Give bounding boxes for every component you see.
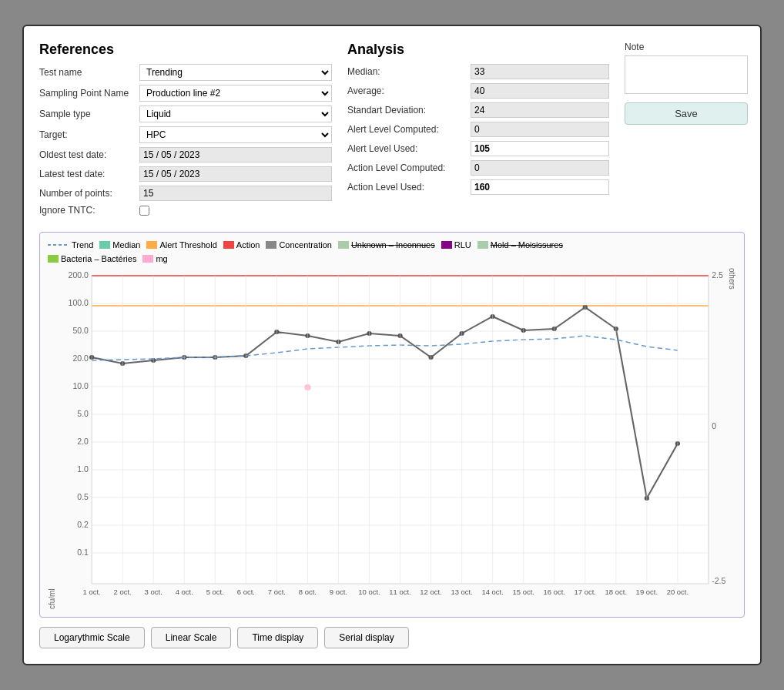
svg-text:7 oct.: 7 oct. (268, 588, 286, 596)
svg-text:6 oct.: 6 oct. (237, 588, 255, 596)
ignore-tntc-value[interactable] (139, 206, 149, 216)
num-points-value (139, 186, 332, 201)
time-display-button[interactable]: Time display (237, 627, 318, 648)
average-input (471, 83, 609, 99)
alert-used-input[interactable] (471, 141, 609, 156)
y-axis-label: cfu/ml (48, 268, 56, 609)
alert-computed-value (471, 122, 609, 137)
legend-mold-label: Mold – Moisissures (491, 240, 563, 250)
svg-text:2.5: 2.5 (712, 271, 723, 280)
latest-date-row: Latest test date: (39, 166, 332, 182)
svg-text:50.0: 50.0 (72, 327, 89, 335)
legend-trend-label: Trend (72, 240, 93, 250)
legend-median-label: Median (112, 240, 140, 250)
sampling-point-select[interactable]: Production line #2 (139, 85, 332, 102)
svg-text:200.0: 200.0 (69, 271, 89, 280)
svg-text:1.0: 1.0 (77, 465, 89, 474)
median-value (471, 64, 609, 79)
average-label: Average: (347, 85, 471, 96)
svg-text:14 oct.: 14 oct. (481, 588, 503, 596)
svg-text:10.0: 10.0 (72, 382, 89, 390)
target-select[interactable]: HPC (139, 126, 332, 143)
sample-type-select[interactable]: Liquid (139, 106, 332, 122)
log-scale-button[interactable]: Logarythmic Scale (39, 627, 145, 648)
target-label: Target: (39, 129, 139, 140)
action-computed-input (471, 160, 609, 176)
test-name-value[interactable]: Trending (139, 64, 332, 81)
alert-used-label: Alert Level Used: (347, 143, 471, 154)
svg-text:-2.5: -2.5 (712, 577, 725, 585)
sample-type-label: Sample type (39, 109, 139, 119)
ignore-tntc-checkbox[interactable] (139, 206, 149, 216)
legend-trend: Trend (48, 240, 93, 250)
serial-display-button[interactable]: Serial display (324, 627, 408, 648)
sampling-point-value[interactable]: Production line #2 (139, 85, 332, 102)
svg-text:11 oct.: 11 oct. (389, 588, 410, 596)
legend-concentration: Concentration (266, 240, 332, 250)
note-textarea[interactable] (625, 55, 748, 94)
sampling-point-row: Sampling Point Name Production line #2 (39, 85, 332, 102)
latest-date-input (139, 166, 332, 182)
median-row: Median: (347, 64, 609, 79)
action-used-value[interactable] (471, 179, 609, 195)
legend-bacteria: Bacteria – Bactéries (48, 254, 136, 263)
test-name-select[interactable]: Trending (139, 64, 332, 81)
svg-text:2.0: 2.0 (77, 437, 89, 446)
legend-bacteria-label: Bacteria – Bactéries (61, 254, 136, 263)
svg-text:2 oct.: 2 oct. (114, 588, 132, 596)
svg-text:20.0: 20.0 (72, 354, 89, 363)
action-used-row: Action Level Used: (347, 179, 609, 195)
y-axis-right-label: others (728, 268, 736, 609)
svg-text:12 oct.: 12 oct. (420, 588, 441, 596)
save-button[interactable]: Save (625, 102, 748, 125)
svg-text:3 oct.: 3 oct. (145, 588, 162, 596)
chart-inner: 200.0 100.0 50.0 20.0 10.0 5.0 2.0 1.0 0… (59, 268, 725, 609)
buttons-row: Logarythmic Scale Linear Scale Time disp… (39, 627, 745, 648)
svg-text:10 oct.: 10 oct. (358, 588, 380, 596)
alert-used-row: Alert Level Used: (347, 141, 609, 156)
alert-computed-input (471, 122, 609, 137)
action-used-label: Action Level Used: (347, 182, 471, 193)
top-section: References Test name Trending Sampling P… (39, 42, 745, 219)
alert-computed-row: Alert Level Computed: (347, 122, 609, 137)
legend-mg: mg (142, 254, 167, 263)
legend-action: Action (223, 240, 260, 250)
svg-text:13 oct.: 13 oct. (451, 588, 472, 596)
target-row: Target: HPC (39, 126, 332, 143)
action-computed-row: Action Level Computed: (347, 160, 609, 176)
action-used-input[interactable] (471, 179, 609, 195)
linear-scale-button[interactable]: Linear Scale (151, 627, 232, 648)
oldest-date-value (139, 147, 332, 162)
legend-alert: Alert Threshold (146, 240, 216, 250)
ignore-tntc-row: Ignore TNTC: (39, 205, 332, 216)
average-row: Average: (347, 83, 609, 99)
sample-type-row: Sample type Liquid (39, 106, 332, 122)
target-value[interactable]: HPC (139, 126, 332, 143)
alert-used-value[interactable] (471, 141, 609, 156)
chart-container: Trend Median Alert Threshold Action Conc… (39, 232, 745, 618)
oldest-date-input (139, 147, 332, 162)
std-dev-value (471, 102, 609, 118)
alert-computed-label: Alert Level Computed: (347, 124, 471, 135)
legend-concentration-label: Concentration (279, 240, 332, 250)
legend-row-2: Bacteria – Bactéries mg (48, 254, 736, 263)
legend-rlu-label: RLU (454, 240, 471, 250)
oldest-date-label: Oldest test date: (39, 149, 139, 160)
svg-text:0: 0 (712, 422, 716, 430)
svg-text:20 oct.: 20 oct. (667, 588, 689, 596)
legend-unknown: Unknown – Inconnues (338, 240, 435, 250)
note-section: Note Save (625, 42, 748, 219)
svg-text:9 oct.: 9 oct. (330, 588, 347, 596)
legend-unknown-label: Unknown – Inconnues (351, 240, 435, 250)
note-label: Note (625, 42, 748, 52)
svg-text:0.5: 0.5 (77, 493, 89, 501)
chart-area: cfu/ml (48, 268, 736, 609)
median-label: Median: (347, 66, 471, 77)
sample-type-value[interactable]: Liquid (139, 106, 332, 122)
median-input (471, 64, 609, 79)
references-title: References (39, 42, 332, 58)
std-dev-input (471, 102, 609, 118)
svg-text:1 oct.: 1 oct. (83, 588, 101, 596)
num-points-row: Number of points: (39, 186, 332, 201)
svg-text:17 oct.: 17 oct. (575, 588, 596, 596)
